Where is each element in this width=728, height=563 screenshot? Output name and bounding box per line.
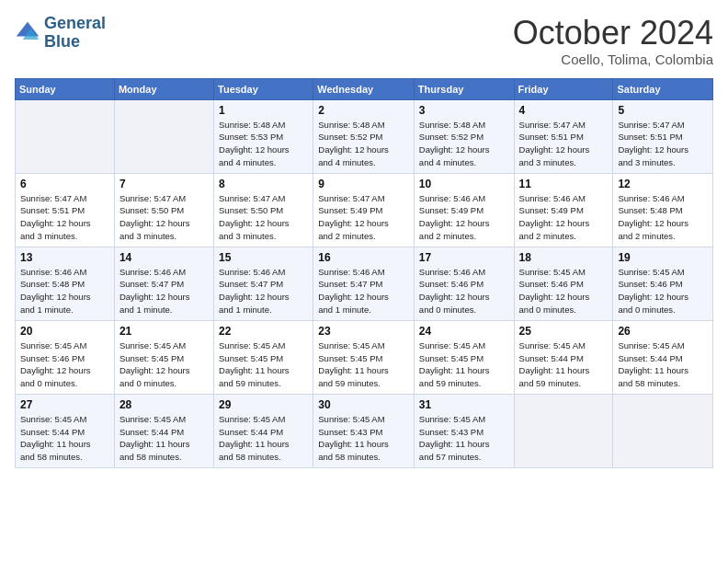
calendar-cell [613,394,713,467]
day-number: 9 [318,178,409,190]
calendar-cell: 20Sunrise: 5:45 AMSunset: 5:46 PMDayligh… [16,320,115,394]
day-info: Sunrise: 5:45 AMSunset: 5:43 PMDaylight:… [419,413,509,464]
day-number: 19 [618,251,708,264]
calendar-cell: 11Sunrise: 5:46 AMSunset: 5:49 PMDayligh… [514,173,613,247]
calendar-week-row: 20Sunrise: 5:45 AMSunset: 5:46 PMDayligh… [16,320,713,394]
day-info: Sunrise: 5:48 AMSunset: 5:52 PMDaylight:… [318,119,409,169]
calendar-cell [514,394,613,467]
location: Coello, Tolima, Colombia [513,52,713,67]
day-number: 24 [419,325,509,338]
calendar-cell: 18Sunrise: 5:45 AMSunset: 5:46 PMDayligh… [514,247,613,320]
day-info: Sunrise: 5:46 AMSunset: 5:48 PMDaylight:… [618,192,708,243]
calendar-cell: 30Sunrise: 5:45 AMSunset: 5:43 PMDayligh… [313,394,415,467]
day-number: 8 [219,178,308,190]
calendar-cell [16,99,115,173]
calendar-cell: 31Sunrise: 5:45 AMSunset: 5:43 PMDayligh… [414,394,514,467]
day-number: 20 [20,325,109,338]
day-number: 22 [219,325,308,338]
title-block: October 2024 Coello, Tolima, Colombia [513,15,713,67]
day-info: Sunrise: 5:45 AMSunset: 5:46 PMDaylight:… [618,266,708,316]
day-number: 17 [419,251,509,264]
day-number: 15 [219,251,308,264]
day-number: 13 [20,251,109,264]
day-info: Sunrise: 5:45 AMSunset: 5:44 PMDaylight:… [618,339,708,390]
calendar-cell: 29Sunrise: 5:45 AMSunset: 5:44 PMDayligh… [214,394,313,467]
calendar-week-row: 27Sunrise: 5:45 AMSunset: 5:44 PMDayligh… [16,394,713,467]
day-number: 26 [618,325,708,338]
day-info: Sunrise: 5:45 AMSunset: 5:46 PMDaylight:… [519,266,609,316]
day-info: Sunrise: 5:45 AMSunset: 5:44 PMDaylight:… [20,413,109,464]
day-info: Sunrise: 5:47 AMSunset: 5:51 PMDaylight:… [618,119,708,169]
day-info: Sunrise: 5:47 AMSunset: 5:51 PMDaylight:… [20,192,109,243]
day-number: 4 [519,104,609,117]
calendar-cell: 26Sunrise: 5:45 AMSunset: 5:44 PMDayligh… [613,320,713,394]
day-info: Sunrise: 5:47 AMSunset: 5:50 PMDaylight:… [119,192,209,243]
day-number: 18 [519,251,609,264]
day-info: Sunrise: 5:45 AMSunset: 5:45 PMDaylight:… [119,339,209,390]
calendar-day-header: Tuesday [214,78,313,99]
calendar-day-header: Wednesday [313,78,415,99]
calendar-day-header: Friday [514,78,613,99]
day-number: 23 [318,325,409,338]
calendar-cell: 12Sunrise: 5:46 AMSunset: 5:48 PMDayligh… [613,173,713,247]
calendar-cell: 6Sunrise: 5:47 AMSunset: 5:51 PMDaylight… [16,173,115,247]
calendar-week-row: 1Sunrise: 5:48 AMSunset: 5:53 PMDaylight… [16,99,713,173]
day-info: Sunrise: 5:45 AMSunset: 5:46 PMDaylight:… [20,339,109,390]
calendar-cell [114,99,213,173]
calendar-cell: 14Sunrise: 5:46 AMSunset: 5:47 PMDayligh… [114,247,213,320]
day-number: 21 [119,325,209,338]
calendar-cell: 15Sunrise: 5:46 AMSunset: 5:47 PMDayligh… [214,247,313,320]
header: General Blue October 2024 Coello, Tolima… [15,15,713,67]
calendar-cell: 23Sunrise: 5:45 AMSunset: 5:45 PMDayligh… [313,320,415,394]
day-info: Sunrise: 5:45 AMSunset: 5:44 PMDaylight:… [119,413,209,464]
calendar-cell: 4Sunrise: 5:47 AMSunset: 5:51 PMDaylight… [514,99,613,173]
day-number: 30 [318,398,409,411]
calendar-day-header: Saturday [613,78,713,99]
day-number: 11 [519,178,609,190]
page: General Blue October 2024 Coello, Tolima… [0,0,728,563]
day-info: Sunrise: 5:45 AMSunset: 5:44 PMDaylight:… [219,413,308,464]
calendar-cell: 10Sunrise: 5:46 AMSunset: 5:49 PMDayligh… [414,173,514,247]
calendar-cell: 22Sunrise: 5:45 AMSunset: 5:45 PMDayligh… [214,320,313,394]
day-info: Sunrise: 5:47 AMSunset: 5:49 PMDaylight:… [318,192,409,243]
day-number: 27 [20,398,109,411]
day-info: Sunrise: 5:47 AMSunset: 5:51 PMDaylight:… [519,119,609,169]
day-info: Sunrise: 5:47 AMSunset: 5:50 PMDaylight:… [219,192,308,243]
day-number: 12 [618,178,708,190]
calendar-week-row: 13Sunrise: 5:46 AMSunset: 5:48 PMDayligh… [16,247,713,320]
calendar-cell: 17Sunrise: 5:46 AMSunset: 5:46 PMDayligh… [414,247,514,320]
calendar-cell: 8Sunrise: 5:47 AMSunset: 5:50 PMDaylight… [214,173,313,247]
day-info: Sunrise: 5:46 AMSunset: 5:47 PMDaylight:… [119,266,209,316]
calendar-cell: 25Sunrise: 5:45 AMSunset: 5:44 PMDayligh… [514,320,613,394]
calendar-cell: 5Sunrise: 5:47 AMSunset: 5:51 PMDaylight… [613,99,713,173]
calendar-table: SundayMondayTuesdayWednesdayThursdayFrid… [15,78,713,468]
day-number: 1 [219,104,308,117]
day-number: 6 [20,178,109,190]
calendar-day-header: Thursday [414,78,514,99]
day-number: 28 [119,398,209,411]
day-info: Sunrise: 5:48 AMSunset: 5:52 PMDaylight:… [419,119,509,169]
calendar-cell: 1Sunrise: 5:48 AMSunset: 5:53 PMDaylight… [214,99,313,173]
calendar-cell: 28Sunrise: 5:45 AMSunset: 5:44 PMDayligh… [114,394,213,467]
logo: General Blue [15,15,106,52]
day-number: 3 [419,104,509,117]
day-info: Sunrise: 5:45 AMSunset: 5:45 PMDaylight:… [318,339,409,390]
calendar-cell: 21Sunrise: 5:45 AMSunset: 5:45 PMDayligh… [114,320,213,394]
month-title: October 2024 [513,15,713,52]
day-number: 10 [419,178,509,190]
day-number: 31 [419,398,509,411]
day-info: Sunrise: 5:48 AMSunset: 5:53 PMDaylight:… [219,119,308,169]
day-info: Sunrise: 5:46 AMSunset: 5:49 PMDaylight:… [519,192,609,243]
day-number: 29 [219,398,308,411]
calendar-header-row: SundayMondayTuesdayWednesdayThursdayFrid… [16,78,713,99]
calendar-cell: 9Sunrise: 5:47 AMSunset: 5:49 PMDaylight… [313,173,415,247]
day-info: Sunrise: 5:45 AMSunset: 5:45 PMDaylight:… [419,339,509,390]
calendar-day-header: Sunday [16,78,115,99]
calendar-week-row: 6Sunrise: 5:47 AMSunset: 5:51 PMDaylight… [16,173,713,247]
day-info: Sunrise: 5:46 AMSunset: 5:47 PMDaylight:… [219,266,308,316]
day-info: Sunrise: 5:45 AMSunset: 5:45 PMDaylight:… [219,339,308,390]
day-number: 5 [618,104,708,117]
calendar-cell: 27Sunrise: 5:45 AMSunset: 5:44 PMDayligh… [16,394,115,467]
calendar-cell: 24Sunrise: 5:45 AMSunset: 5:45 PMDayligh… [414,320,514,394]
calendar-cell: 16Sunrise: 5:46 AMSunset: 5:47 PMDayligh… [313,247,415,320]
